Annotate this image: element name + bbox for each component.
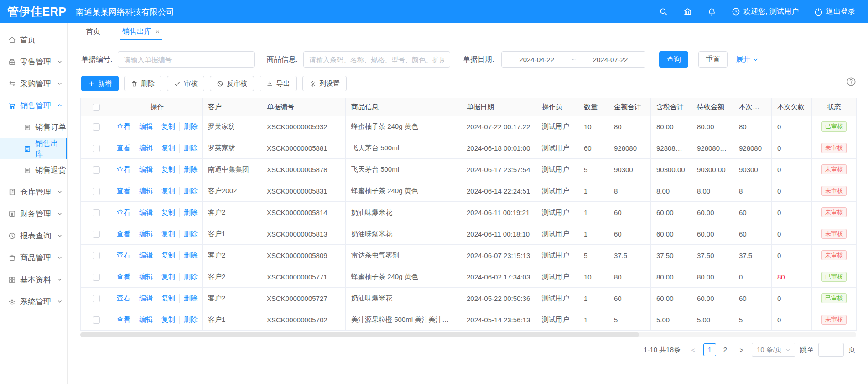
doc-no-input[interactable] [118, 51, 255, 68]
logout-button[interactable]: 退出登录 [814, 7, 855, 16]
copy-link[interactable]: 复制 [157, 251, 179, 260]
welcome-user[interactable]: 欢迎您, 测试用户 [732, 7, 799, 16]
copy-link[interactable]: 复制 [157, 187, 179, 195]
sidebar-subitem-sales-order[interactable]: 销售订单 [0, 116, 67, 138]
row-checkbox[interactable] [93, 252, 100, 259]
copy-link[interactable]: 复制 [157, 273, 179, 281]
row-checkbox[interactable] [93, 295, 100, 302]
view-link[interactable]: 查看 [113, 251, 135, 260]
copy-link[interactable]: 复制 [157, 294, 179, 303]
sidebar-item-retail[interactable]: 零售管理 [0, 51, 67, 73]
row-checkbox[interactable] [93, 231, 100, 238]
bank-icon[interactable] [683, 7, 692, 16]
trash-icon [131, 80, 138, 87]
delete-button[interactable]: 删除 [124, 76, 161, 91]
delete-link[interactable]: 删除 [179, 144, 202, 153]
delete-link[interactable]: 删除 [179, 273, 202, 281]
view-link[interactable]: 查看 [113, 208, 135, 217]
copy-link[interactable]: 复制 [157, 165, 179, 174]
next-page-button[interactable]: > [736, 346, 747, 354]
delete-link[interactable]: 删除 [179, 316, 202, 324]
delete-link[interactable]: 删除 [179, 208, 202, 217]
reset-button[interactable]: 重置 [698, 51, 728, 68]
view-link[interactable]: 查看 [113, 230, 135, 238]
delete-link[interactable]: 删除 [179, 230, 202, 238]
close-icon[interactable] [155, 29, 160, 34]
sidebar-subitem-label: 销售退货 [35, 165, 66, 175]
help-icon[interactable] [846, 77, 856, 87]
sidebar-subitem-sales-return[interactable]: 销售退货 [0, 159, 67, 181]
sidebar-item-system[interactable]: 系统管理 [0, 290, 67, 312]
prev-page-button[interactable]: < [688, 346, 699, 354]
edit-link[interactable]: 编辑 [135, 273, 157, 281]
expand-filters-link[interactable]: 展开 [736, 55, 759, 64]
add-button[interactable]: 新增 [81, 76, 119, 91]
row-checkbox[interactable] [93, 166, 100, 174]
sidebar-item-home[interactable]: 首页 [0, 29, 67, 51]
sidebar-item-sales[interactable]: 销售管理 [0, 95, 67, 116]
date-from-value[interactable]: 2024-04-22 [519, 56, 554, 63]
sidebar-item-report[interactable]: 报表查询 [0, 225, 67, 247]
view-link[interactable]: 查看 [113, 122, 135, 131]
select-all-checkbox[interactable] [93, 104, 100, 111]
sidebar-subitem-sales-outbound[interactable]: 销售出库 [0, 138, 67, 159]
delete-link[interactable]: 删除 [179, 165, 202, 174]
delete-link[interactable]: 删除 [179, 187, 202, 195]
edit-link[interactable]: 编辑 [135, 122, 157, 131]
cell-product: 美汁源果粒橙 500ml 美汁美汁美汁... [346, 309, 461, 331]
sidebar-item-warehouse[interactable]: 仓库管理 [0, 181, 67, 203]
date-range-picker[interactable]: 2024-04-22 ~ 2024-07-22 [501, 51, 645, 68]
audit-button[interactable]: 审核 [167, 76, 204, 91]
row-checkbox[interactable] [93, 123, 100, 131]
search-button[interactable]: 查询 [659, 51, 688, 68]
date-to-value[interactable]: 2024-07-22 [593, 56, 628, 63]
export-button[interactable]: 导出 [260, 76, 297, 91]
row-checkbox[interactable] [93, 316, 100, 324]
view-link[interactable]: 查看 [113, 165, 135, 174]
view-link[interactable]: 查看 [113, 187, 135, 195]
page-number-1[interactable]: 1 [703, 343, 716, 356]
column-settings-button[interactable]: 列设置 [302, 76, 347, 91]
sidebar-item-basic-data[interactable]: 基本资料 [0, 268, 67, 290]
copy-link[interactable]: 复制 [157, 230, 179, 238]
page-number-2[interactable]: 2 [719, 343, 732, 356]
row-checkbox[interactable] [93, 274, 100, 281]
edit-link[interactable]: 编辑 [135, 316, 157, 324]
horizontal-scrollbar[interactable] [80, 332, 856, 337]
cell-operator: 测试用户 [536, 309, 578, 331]
scrollbar-thumb[interactable] [80, 332, 639, 337]
edit-link[interactable]: 编辑 [135, 294, 157, 303]
edit-link[interactable]: 编辑 [135, 144, 157, 153]
jump-to-input[interactable] [818, 343, 844, 357]
sidebar-item-purchase[interactable]: 采购管理 [0, 73, 67, 95]
edit-link[interactable]: 编辑 [135, 187, 157, 195]
copy-link[interactable]: 复制 [157, 122, 179, 131]
view-link[interactable]: 查看 [113, 316, 135, 324]
copy-link[interactable]: 复制 [157, 144, 179, 153]
row-checkbox[interactable] [93, 188, 100, 195]
unaudit-button[interactable]: 反审核 [210, 76, 254, 91]
view-link[interactable]: 查看 [113, 294, 135, 303]
tab-home[interactable]: 首页 [86, 23, 100, 40]
view-link[interactable]: 查看 [113, 144, 135, 153]
search-icon[interactable] [659, 7, 668, 16]
cell-operator: 测试用户 [536, 288, 578, 309]
sidebar-item-finance[interactable]: 财务管理 [0, 203, 67, 225]
product-info-input[interactable] [303, 51, 450, 68]
edit-link[interactable]: 编辑 [135, 165, 157, 174]
page-size-select[interactable]: 10 条/页 [752, 343, 795, 357]
delete-link[interactable]: 删除 [179, 122, 202, 131]
edit-link[interactable]: 编辑 [135, 230, 157, 238]
view-link[interactable]: 查看 [113, 273, 135, 281]
row-checkbox[interactable] [93, 145, 100, 152]
delete-link[interactable]: 删除 [179, 251, 202, 260]
edit-link[interactable]: 编辑 [135, 251, 157, 260]
edit-link[interactable]: 编辑 [135, 208, 157, 217]
delete-link[interactable]: 删除 [179, 294, 202, 303]
copy-link[interactable]: 复制 [157, 316, 179, 324]
row-checkbox[interactable] [93, 209, 100, 216]
copy-link[interactable]: 复制 [157, 208, 179, 217]
tab-sales-outbound[interactable]: 销售出库 [122, 23, 160, 40]
sidebar-item-product[interactable]: 商品管理 [0, 247, 67, 268]
bell-icon[interactable] [707, 7, 716, 16]
